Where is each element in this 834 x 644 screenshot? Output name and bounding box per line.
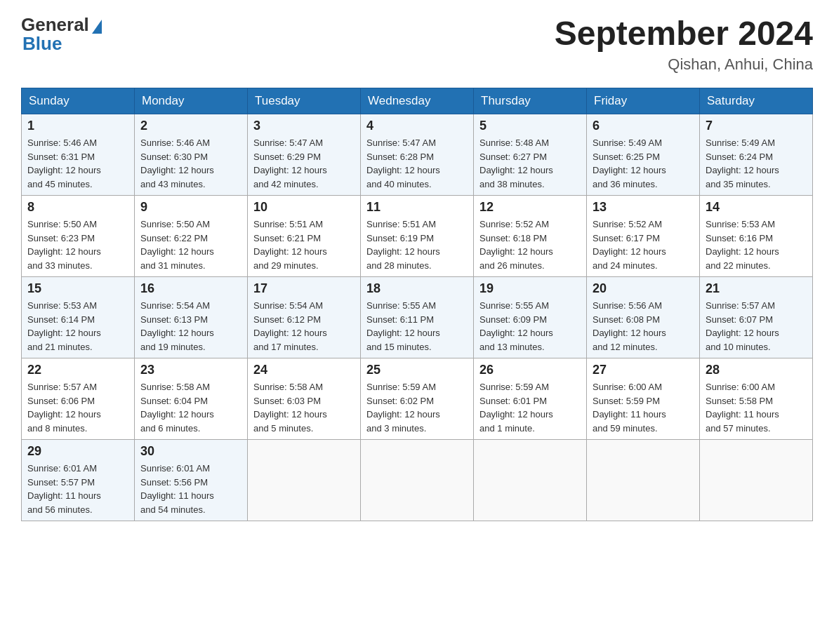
day-number: 18 [366,281,468,296]
day-info: Sunrise: 5:49 AMSunset: 6:25 PMDaylight:… [593,136,694,191]
calendar-day-cell [474,440,587,521]
calendar-week-row: 15Sunrise: 5:53 AMSunset: 6:14 PMDayligh… [22,277,813,358]
calendar-header-cell: Wednesday [361,88,474,114]
day-info: Sunrise: 5:51 AMSunset: 6:21 PMDaylight:… [253,217,355,272]
calendar-header-cell: Tuesday [248,88,361,114]
calendar-day-cell: 1Sunrise: 5:46 AMSunset: 6:31 PMDaylight… [22,114,135,196]
calendar-week-row: 29Sunrise: 6:01 AMSunset: 5:57 PMDayligh… [22,440,813,521]
calendar-day-cell: 12Sunrise: 5:52 AMSunset: 6:18 PMDayligh… [474,196,587,277]
calendar-header: SundayMondayTuesdayWednesdayThursdayFrid… [22,88,813,114]
day-number: 10 [253,200,355,215]
day-number: 20 [593,281,694,296]
day-info: Sunrise: 6:00 AMSunset: 5:59 PMDaylight:… [593,380,694,435]
day-number: 27 [593,363,694,377]
day-number: 9 [140,200,241,215]
calendar-day-cell: 17Sunrise: 5:54 AMSunset: 6:12 PMDayligh… [248,277,361,358]
day-info: Sunrise: 5:51 AMSunset: 6:19 PMDaylight:… [366,217,468,272]
day-info: Sunrise: 5:57 AMSunset: 6:07 PMDaylight:… [706,299,807,354]
calendar-week-row: 8Sunrise: 5:50 AMSunset: 6:23 PMDaylight… [22,196,813,277]
day-info: Sunrise: 5:58 AMSunset: 6:04 PMDaylight:… [140,380,241,435]
calendar-day-cell [248,440,361,521]
day-info: Sunrise: 5:46 AMSunset: 6:31 PMDaylight:… [27,136,128,191]
calendar-day-cell: 11Sunrise: 5:51 AMSunset: 6:19 PMDayligh… [361,196,474,277]
calendar-day-cell: 15Sunrise: 5:53 AMSunset: 6:14 PMDayligh… [22,277,135,358]
calendar-day-cell: 18Sunrise: 5:55 AMSunset: 6:11 PMDayligh… [361,277,474,358]
day-number: 19 [479,281,581,296]
day-info: Sunrise: 5:59 AMSunset: 6:01 PMDaylight:… [479,380,581,435]
calendar-header-cell: Monday [135,88,248,114]
calendar-subtitle: Qishan, Anhui, China [555,55,813,74]
day-info: Sunrise: 6:01 AMSunset: 5:57 PMDaylight:… [27,462,128,516]
day-number: 13 [593,200,694,215]
logo-blue-text: Blue [21,33,62,55]
logo: General Blue [21,14,102,55]
day-number: 21 [706,281,807,296]
calendar-day-cell: 30Sunrise: 6:01 AMSunset: 5:56 PMDayligh… [135,440,248,521]
calendar-day-cell [587,440,700,521]
calendar-day-cell: 25Sunrise: 5:59 AMSunset: 6:02 PMDayligh… [361,358,474,440]
calendar-day-cell: 5Sunrise: 5:48 AMSunset: 6:27 PMDaylight… [474,114,587,196]
day-number: 5 [479,119,581,133]
day-info: Sunrise: 5:55 AMSunset: 6:09 PMDaylight:… [479,299,581,354]
day-number: 23 [140,363,241,377]
calendar-day-cell: 4Sunrise: 5:47 AMSunset: 6:28 PMDaylight… [361,114,474,196]
day-info: Sunrise: 6:01 AMSunset: 5:56 PMDaylight:… [140,462,241,516]
calendar-day-cell: 23Sunrise: 5:58 AMSunset: 6:04 PMDayligh… [135,358,248,440]
day-number: 15 [27,281,128,296]
calendar-day-cell: 3Sunrise: 5:47 AMSunset: 6:29 PMDaylight… [248,114,361,196]
day-number: 11 [366,200,468,215]
calendar-title: September 2024 [555,14,813,53]
calendar-day-cell: 9Sunrise: 5:50 AMSunset: 6:22 PMDaylight… [135,196,248,277]
calendar-header-cell: Thursday [474,88,587,114]
day-info: Sunrise: 5:58 AMSunset: 6:03 PMDaylight:… [253,380,355,435]
calendar-header-cell: Saturday [700,88,813,114]
day-info: Sunrise: 5:59 AMSunset: 6:02 PMDaylight:… [366,380,468,435]
calendar-day-cell: 7Sunrise: 5:49 AMSunset: 6:24 PMDaylight… [700,114,813,196]
calendar-day-cell: 22Sunrise: 5:57 AMSunset: 6:06 PMDayligh… [22,358,135,440]
day-number: 29 [27,444,128,459]
day-info: Sunrise: 5:52 AMSunset: 6:17 PMDaylight:… [593,217,694,272]
day-info: Sunrise: 5:48 AMSunset: 6:27 PMDaylight:… [479,136,581,191]
day-number: 24 [253,363,355,377]
calendar-week-row: 22Sunrise: 5:57 AMSunset: 6:06 PMDayligh… [22,358,813,440]
calendar-day-cell: 24Sunrise: 5:58 AMSunset: 6:03 PMDayligh… [248,358,361,440]
calendar-week-row: 1Sunrise: 5:46 AMSunset: 6:31 PMDaylight… [22,114,813,196]
calendar-day-cell: 21Sunrise: 5:57 AMSunset: 6:07 PMDayligh… [700,277,813,358]
day-info: Sunrise: 5:53 AMSunset: 6:14 PMDaylight:… [27,299,128,354]
day-number: 16 [140,281,241,296]
calendar-body: 1Sunrise: 5:46 AMSunset: 6:31 PMDaylight… [22,114,813,521]
calendar-day-cell: 27Sunrise: 6:00 AMSunset: 5:59 PMDayligh… [587,358,700,440]
day-number: 30 [140,444,241,459]
title-block: September 2024 Qishan, Anhui, China [555,14,813,74]
calendar-day-cell: 19Sunrise: 5:55 AMSunset: 6:09 PMDayligh… [474,277,587,358]
page-header: General Blue September 2024 Qishan, Anhu… [21,14,813,74]
day-info: Sunrise: 5:54 AMSunset: 6:13 PMDaylight:… [140,299,241,354]
day-info: Sunrise: 5:50 AMSunset: 6:22 PMDaylight:… [140,217,241,272]
calendar-day-cell: 29Sunrise: 6:01 AMSunset: 5:57 PMDayligh… [22,440,135,521]
day-number: 12 [479,200,581,215]
day-info: Sunrise: 5:53 AMSunset: 6:16 PMDaylight:… [706,217,807,272]
day-info: Sunrise: 5:55 AMSunset: 6:11 PMDaylight:… [366,299,468,354]
day-number: 3 [253,119,355,133]
calendar-day-cell: 28Sunrise: 6:00 AMSunset: 5:58 PMDayligh… [700,358,813,440]
day-info: Sunrise: 5:47 AMSunset: 6:28 PMDaylight:… [366,136,468,191]
day-number: 14 [706,200,807,215]
day-number: 8 [27,200,128,215]
day-number: 28 [706,363,807,377]
day-info: Sunrise: 5:52 AMSunset: 6:18 PMDaylight:… [479,217,581,272]
day-number: 22 [27,363,128,377]
calendar-day-cell: 6Sunrise: 5:49 AMSunset: 6:25 PMDaylight… [587,114,700,196]
day-info: Sunrise: 5:46 AMSunset: 6:30 PMDaylight:… [140,136,241,191]
calendar-day-cell [700,440,813,521]
day-info: Sunrise: 5:56 AMSunset: 6:08 PMDaylight:… [593,299,694,354]
day-number: 17 [253,281,355,296]
day-number: 4 [366,119,468,133]
calendar-header-cell: Sunday [22,88,135,114]
calendar-day-cell [361,440,474,521]
calendar-day-cell: 8Sunrise: 5:50 AMSunset: 6:23 PMDaylight… [22,196,135,277]
day-number: 6 [593,119,694,133]
calendar-day-cell: 16Sunrise: 5:54 AMSunset: 6:13 PMDayligh… [135,277,248,358]
calendar-header-cell: Friday [587,88,700,114]
calendar-table: SundayMondayTuesdayWednesdayThursdayFrid… [21,88,813,521]
day-info: Sunrise: 5:54 AMSunset: 6:12 PMDaylight:… [253,299,355,354]
